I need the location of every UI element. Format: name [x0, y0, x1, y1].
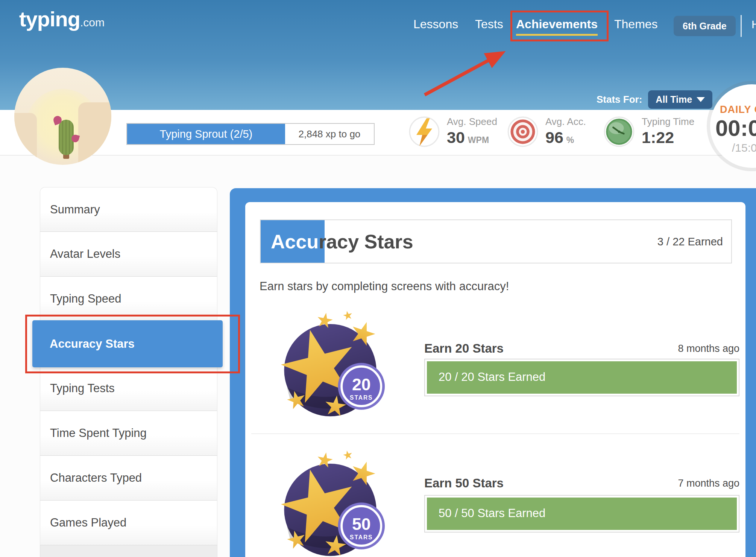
- nav-item-lessons[interactable]: Lessons: [413, 17, 458, 32]
- level-progress-fill: Typing Sprout (2/5): [127, 124, 285, 144]
- achievement-progress-bar: 50 / 50 Stars Earned: [424, 495, 739, 533]
- clock-icon: [603, 116, 635, 148]
- achievement-earned-date: 8 months ago: [678, 343, 739, 355]
- sidebar-item-partial: [40, 545, 217, 557]
- achievement-progress-fill: 50 / 50 Stars Earned: [427, 498, 737, 530]
- page-subtitle: Earn stars by completing screens with ac…: [260, 280, 509, 293]
- achievement-progress-bar: 20 / 20 Stars Earned: [424, 359, 739, 396]
- stat-label: Avg. Acc.: [545, 115, 586, 128]
- stat-value: 30: [447, 128, 465, 147]
- avg-speed-stat: Avg. Speed 30 WPM: [408, 115, 497, 148]
- row-divider: [251, 434, 739, 434]
- content-panel: Accuracy Stars 3 / 22 Earned Earn stars …: [230, 188, 756, 557]
- page-title-rest: racy Stars: [319, 231, 413, 253]
- sidebar-item-characters-typed[interactable]: Characters Typed: [40, 456, 217, 501]
- achievement-earned-date: 7 months ago: [678, 478, 739, 489]
- sidebar-item-time-spent-typing[interactable]: Time Spent Typing: [40, 411, 217, 456]
- stat-value: 1:22: [642, 128, 674, 147]
- stats-for-control: Stats For: All Time: [597, 90, 712, 109]
- svg-text:STARS: STARS: [350, 394, 373, 401]
- chevron-down-icon: [697, 97, 705, 102]
- star-badge-icon: 20 STARS: [276, 310, 386, 420]
- achievement-title: Earn 20 Stars: [424, 341, 504, 356]
- earned-summary: 3 / 22 Earned: [657, 235, 723, 248]
- typing-time-stat: Typing Time 1:22: [603, 115, 694, 148]
- sidebar-item-typing-tests[interactable]: Typing Tests: [40, 366, 217, 411]
- achievement-title: Earn 50 Stars: [424, 476, 504, 490]
- nav-divider: [741, 15, 742, 37]
- page-title-selected: Accu: [271, 231, 319, 253]
- header: typing.com LessonsTestsAchievementsTheme…: [0, 0, 756, 110]
- achievement-row: 50 STARS Earn 50 Stars 7 months ago 50 /…: [245, 433, 745, 557]
- avg-accuracy-stat: Avg. Acc. 96 %: [507, 115, 586, 148]
- daily-goal-time: 00:0: [715, 115, 756, 141]
- daily-goal-title: DAILY GO: [720, 104, 756, 116]
- logo-suffix: .com: [80, 16, 105, 29]
- svg-text:STARS: STARS: [350, 534, 373, 540]
- grade-button[interactable]: 6th Grade: [674, 16, 736, 36]
- achievement-progress-fill: 20 / 20 Stars Earned: [427, 361, 737, 394]
- typing-achievements-page: typing.com LessonsTestsAchievementsTheme…: [0, 0, 756, 557]
- achievement-row: 20 STARS Earn 20 Stars 8 months ago 20 /…: [245, 307, 745, 431]
- nav-item-achievements[interactable]: Achievements: [516, 17, 598, 36]
- stats-for-label: Stats For:: [597, 94, 642, 105]
- sidebar-item-games-played[interactable]: Games Played: [40, 501, 217, 545]
- svg-text:50: 50: [352, 514, 371, 533]
- logo-text: typing: [19, 7, 80, 31]
- sidebar-item-typing-speed[interactable]: Typing Speed: [40, 277, 217, 321]
- achievements-sidebar: SummaryAvatar LevelsTyping SpeedAccuracy…: [40, 187, 217, 557]
- stat-label: Avg. Speed: [447, 115, 497, 128]
- svg-text:20: 20: [352, 375, 371, 394]
- level-progress-bar: Typing Sprout (2/5) 2,848 xp to go: [126, 123, 375, 145]
- xp-to-go-label: 2,848 xp to go: [285, 124, 374, 144]
- lightning-icon: [408, 116, 440, 148]
- sidebar-item-summary[interactable]: Summary: [40, 187, 217, 232]
- nav-item-tests[interactable]: Tests: [475, 17, 503, 32]
- star-badge-icon: 50 STARS: [276, 450, 386, 557]
- typing-logo[interactable]: typing.com: [19, 7, 105, 31]
- target-icon: [507, 116, 539, 148]
- daily-goal-target: /15:00: [732, 142, 756, 154]
- page-title: Accuracy Stars: [271, 230, 413, 253]
- achievement-progress-text: 50 / 50 Stars Earned: [439, 507, 545, 520]
- stat-unit: %: [566, 135, 574, 145]
- stat-value: 96: [545, 128, 563, 147]
- sidebar-item-avatar-levels[interactable]: Avatar Levels: [40, 232, 217, 277]
- avatar[interactable]: [14, 68, 111, 165]
- stat-label: Typing Time: [642, 115, 694, 128]
- user-menu-partial[interactable]: H: [751, 18, 756, 31]
- page-title-box: Accuracy Stars 3 / 22 Earned: [260, 219, 732, 263]
- achievement-progress-text: 20 / 20 Stars Earned: [439, 370, 545, 384]
- stats-for-dropdown[interactable]: All Time: [648, 90, 712, 109]
- nav-item-themes[interactable]: Themes: [614, 17, 658, 32]
- accuracy-stars-card: Accuracy Stars 3 / 22 Earned Earn stars …: [245, 202, 745, 557]
- stats-for-value: All Time: [656, 94, 692, 105]
- sidebar-item-accuracy-stars[interactable]: Accuracy Stars: [32, 320, 223, 367]
- avatar-mesa-right: [78, 102, 111, 165]
- stat-unit: WPM: [468, 135, 489, 145]
